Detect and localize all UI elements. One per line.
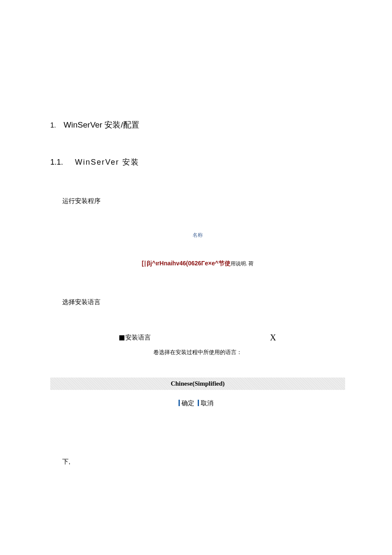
installer-file-name: [∣βj^ιrHnaihv46(0626Γe×e^节使 — [142, 260, 231, 267]
divider-icon — [198, 400, 199, 406]
installer-file-tail: 用说明. 荷 — [231, 261, 254, 267]
dialog-buttons: 确定取消 — [50, 399, 345, 407]
language-select[interactable]: Chinese(Simplified) — [50, 378, 345, 390]
divider-icon — [179, 400, 180, 406]
dialog-subtitle: 卷选择在安装过程中所使用的语言： — [50, 349, 345, 356]
heading-2-text: WinSerVer 安装 — [75, 157, 139, 167]
heading-1-number: 1. — [50, 122, 56, 129]
heading-1: 1. WinSerVer 安装/配置 — [50, 119, 345, 131]
paragraph-select-language: 选择安装语言 — [62, 298, 345, 306]
dialog-titlebar: 安装语言 X — [117, 333, 279, 343]
paragraph-next: 下, — [62, 458, 345, 466]
heading-1-text: WinSerVer 安装/配置 — [63, 119, 139, 131]
heading-2: 1.1. WinSerVer 安装 — [50, 157, 345, 167]
paragraph-run-installer: 运行安装程序 — [62, 197, 345, 205]
column-header-name: 名称 — [50, 232, 345, 239]
dialog-title: 安装语言 — [119, 334, 151, 342]
heading-2-number: 1.1. — [50, 158, 63, 167]
language-dialog: 安装语言 X 卷选择在安装过程中所使用的语言： — [50, 333, 345, 356]
ok-button[interactable]: 确定 — [182, 399, 194, 407]
cancel-button[interactable]: 取消 — [201, 399, 213, 407]
document-page: 1. WinSerVer 安装/配置 1.1. WinSerVer 安装 运行安… — [0, 0, 392, 466]
dialog-title-text: 安装语言 — [125, 334, 151, 342]
app-icon — [119, 335, 124, 340]
installer-file-line: [∣βj^ιrHnaihv46(0626Γe×e^节使用说明. 荷 — [50, 259, 345, 267]
close-icon[interactable]: X — [270, 333, 276, 343]
